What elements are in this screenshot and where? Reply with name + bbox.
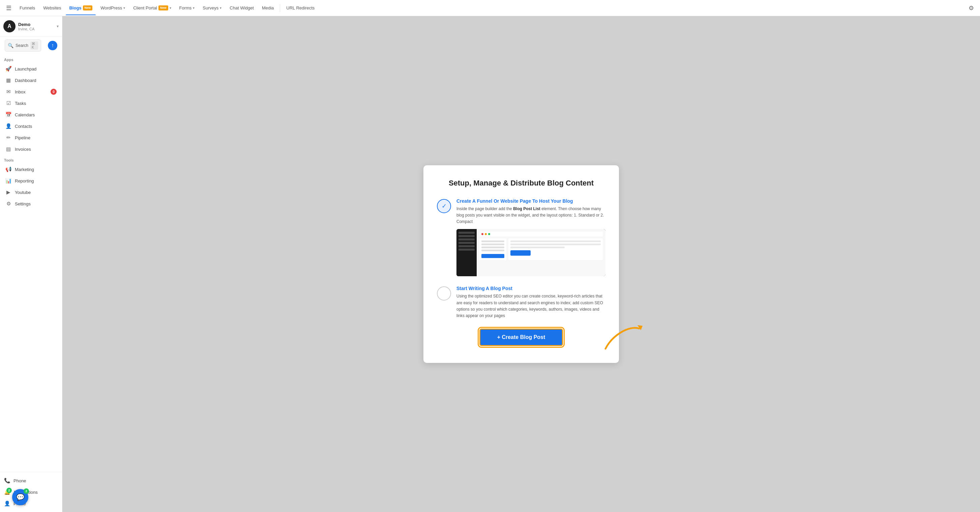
sidebar-user-block[interactable]: A Demo Irvine, CA ▾ bbox=[0, 16, 62, 37]
wordpress-chevron: ▾ bbox=[123, 6, 125, 10]
client-portal-chevron: ▾ bbox=[170, 6, 171, 10]
avatar: A bbox=[3, 20, 16, 32]
sidebar: A Demo Irvine, CA ▾ 🔍 Search ⌘ K ↑ Apps … bbox=[0, 16, 62, 512]
sidebar-search[interactable]: 🔍 Search ⌘ K bbox=[5, 40, 41, 52]
settings-icon: ⚙ bbox=[5, 201, 11, 207]
search-label: Search bbox=[16, 43, 28, 48]
nav-item-blogs[interactable]: Blogs New bbox=[66, 3, 96, 13]
sidebar-item-youtube[interactable]: ▶ Youtube bbox=[2, 187, 61, 198]
arrow-annotation bbox=[602, 318, 646, 352]
nav-item-surveys[interactable]: Surveys ▾ bbox=[199, 3, 225, 13]
step-2-desc: Using the optimized SEO editor you can c… bbox=[457, 293, 606, 319]
reporting-icon: 📊 bbox=[5, 178, 11, 184]
page-title: Setup, Manage & Distribute Blog Content bbox=[437, 179, 606, 188]
search-icon: 🔍 bbox=[8, 43, 13, 48]
sidebar-item-contacts[interactable]: 👤 Contacts bbox=[2, 120, 61, 132]
user-name: Demo bbox=[18, 22, 54, 27]
search-shortcut: ⌘ K bbox=[30, 41, 38, 49]
main-content: Setup, Manage & Distribute Blog Content … bbox=[62, 16, 980, 512]
chat-icon: 💬 bbox=[16, 493, 25, 501]
blog-mockup bbox=[457, 229, 606, 276]
sidebar-item-settings[interactable]: ⚙ Settings bbox=[2, 198, 61, 209]
sidebar-notifications[interactable]: 🔔 2 Notifications bbox=[0, 486, 62, 498]
inbox-icon: ✉ bbox=[5, 89, 11, 95]
upload-button[interactable]: ↑ bbox=[48, 41, 57, 50]
nav-item-client-portal[interactable]: Client Portal New ▾ bbox=[130, 3, 174, 13]
client-portal-new-badge: New bbox=[158, 5, 168, 10]
youtube-icon: ▶ bbox=[5, 189, 11, 195]
phone-icon: 📞 bbox=[4, 478, 10, 484]
nav-item-chat-widget[interactable]: Chat Widget bbox=[226, 3, 257, 13]
surveys-chevron: ▾ bbox=[220, 6, 221, 10]
checkmark-icon: ✓ bbox=[442, 203, 447, 210]
sidebar-item-launchpad[interactable]: 🚀 Launchpad bbox=[2, 63, 61, 75]
step-2-title[interactable]: Start Writing A Blog Post bbox=[457, 286, 606, 291]
launchpad-icon: 🚀 bbox=[5, 66, 11, 72]
apps-section-label: Apps bbox=[0, 54, 62, 63]
calendars-icon: 📅 bbox=[5, 112, 11, 118]
nav-item-url-redirects[interactable]: URL Redirects bbox=[283, 3, 318, 13]
nav-item-forms[interactable]: Forms ▾ bbox=[176, 3, 198, 13]
inbox-badge: 0 bbox=[51, 89, 57, 95]
mockup-main-area bbox=[477, 229, 606, 276]
create-btn-wrap: + Create Blog Post bbox=[437, 329, 606, 346]
sidebar-item-calendars[interactable]: 📅 Calendars bbox=[2, 109, 61, 120]
dashboard-icon: ▦ bbox=[5, 77, 11, 83]
user-location: Irvine, CA bbox=[18, 27, 54, 31]
sidebar-item-tasks[interactable]: ☑ Tasks bbox=[2, 97, 61, 109]
tools-section-label: Tools bbox=[0, 155, 62, 164]
step-2-row: Start Writing A Blog Post Using the opti… bbox=[437, 286, 606, 319]
step-1-title[interactable]: Create A Funnel Or Website Page To Host … bbox=[457, 198, 606, 204]
nav-item-wordpress[interactable]: WordPress ▾ bbox=[97, 3, 129, 13]
sidebar-item-marketing[interactable]: 📢 Marketing bbox=[2, 164, 61, 175]
user-dropdown-chevron[interactable]: ▾ bbox=[57, 24, 59, 29]
create-blog-post-button[interactable]: + Create Blog Post bbox=[479, 329, 563, 346]
forms-chevron: ▾ bbox=[193, 6, 194, 10]
step-2-icon bbox=[437, 286, 451, 300]
sidebar-profile[interactable]: 👤 Profile bbox=[0, 498, 62, 509]
chat-widget-button[interactable]: 💬 2 bbox=[12, 489, 28, 505]
nav-divider bbox=[280, 4, 280, 12]
top-navigation: ☰ Funnels Websites Blogs New WordPress ▾… bbox=[0, 0, 980, 16]
step-1-icon: ✓ bbox=[437, 199, 451, 213]
sidebar-item-pipeline[interactable]: ✏ Pipeline bbox=[2, 132, 61, 144]
chat-notifications-badge: 2 bbox=[24, 488, 29, 494]
invoices-icon: ▤ bbox=[5, 146, 11, 152]
step-1-row: ✓ Create A Funnel Or Website Page To Hos… bbox=[437, 198, 606, 277]
setup-card: Setup, Manage & Distribute Blog Content … bbox=[423, 165, 619, 363]
nav-item-media[interactable]: Media bbox=[259, 3, 277, 13]
tasks-icon: ☑ bbox=[5, 100, 11, 106]
sidebar-item-inbox[interactable]: ✉ Inbox 0 bbox=[2, 86, 61, 97]
blogs-new-badge: New bbox=[83, 5, 93, 10]
sidebar-phone[interactable]: 📞 Phone bbox=[0, 475, 62, 486]
nav-item-funnels[interactable]: Funnels bbox=[16, 3, 38, 13]
profile-icon: 👤 bbox=[4, 501, 10, 507]
sidebar-item-reporting[interactable]: 📊 Reporting bbox=[2, 175, 61, 187]
sidebar-item-invoices[interactable]: ▤ Invoices bbox=[2, 144, 61, 155]
sidebar-item-dashboard[interactable]: ▦ Dashboard bbox=[2, 75, 61, 86]
sidebar-bottom: 📞 Phone 🔔 2 Notifications 👤 Profile bbox=[0, 472, 62, 512]
marketing-icon: 📢 bbox=[5, 166, 11, 172]
step-1-desc: Inside the page builder add the Blog Pos… bbox=[457, 206, 606, 225]
pipeline-icon: ✏ bbox=[5, 135, 11, 140]
settings-gear-icon[interactable]: ⚙ bbox=[967, 2, 976, 14]
notifications-badge: 2 bbox=[6, 488, 12, 493]
hamburger-menu[interactable]: ☰ bbox=[4, 2, 13, 14]
mockup-sidebar bbox=[457, 229, 477, 276]
nav-item-websites[interactable]: Websites bbox=[40, 3, 64, 13]
contacts-icon: 👤 bbox=[5, 123, 11, 129]
